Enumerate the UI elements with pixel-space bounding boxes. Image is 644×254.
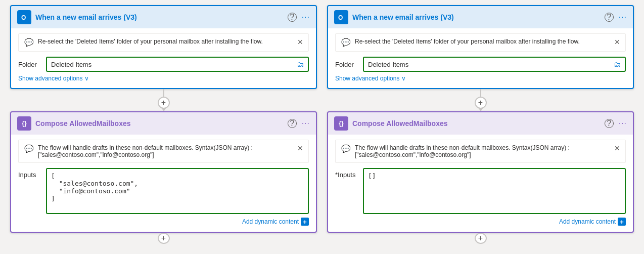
left-folder-row: Folder Deleted Items 🗂 — [18, 57, 309, 72]
svg-text:O: O — [21, 14, 26, 21]
left-compose-close-icon[interactable]: ✕ — [297, 144, 303, 152]
right-column: O When a new email arrives (V3) ? ··· 💬 … — [327, 5, 634, 244]
right-trigger-notif: 💬 Re-select the 'Deleted Items' folder o… — [335, 33, 626, 52]
right-compose-card: {} Compose AllowedMailboxes ? ··· 💬 The … — [327, 111, 634, 233]
left-inputs-row: Inputs — [18, 168, 309, 216]
left-bottom-connector: + — [158, 233, 170, 244]
right-add-dynamic[interactable]: Add dynamic content + — [335, 218, 626, 226]
left-connector-line-1 — [163, 89, 164, 97]
left-trigger-title: When a new email arrives (V3) — [35, 13, 137, 21]
left-compose-actions: ? ··· — [288, 119, 310, 128]
right-inputs-textarea[interactable] — [363, 168, 626, 214]
right-trigger-header-left: O When a new email arrives (V3) — [334, 10, 454, 24]
right-compose-msg-icon: 💬 — [341, 144, 351, 153]
right-folder-label: Folder — [335, 61, 358, 68]
left-compose-body: 💬 The flow will handle drafts in these n… — [11, 135, 316, 232]
left-outlook-icon: O — [17, 10, 31, 24]
right-compose-body: 💬 The flow will handle drafts in these n… — [328, 135, 633, 232]
right-folder-value: Deleted Items — [368, 61, 408, 68]
left-folder-label: Folder — [18, 61, 41, 68]
right-compose-actions: ? ··· — [605, 119, 627, 128]
left-connector-1: + — [158, 89, 170, 111]
left-trigger-actions: ? ··· — [288, 13, 310, 22]
right-add-dynamic-label: Add dynamic content — [559, 218, 616, 225]
left-folder-icon: 🗂 — [297, 60, 304, 68]
left-trigger-info-icon[interactable]: ? — [288, 13, 297, 22]
left-compose-title: Compose AllowedMailboxes — [35, 119, 131, 128]
left-compose-dots-icon[interactable]: ··· — [302, 119, 310, 128]
right-connector-line-1 — [480, 89, 481, 97]
left-compose-notif: 💬 The flow will handle drafts in these n… — [18, 140, 309, 163]
left-compose-info-icon[interactable]: ? — [288, 119, 297, 128]
right-trigger-notif-text: Re-select the 'Deleted Items' folder of … — [355, 38, 610, 45]
right-compose-title: Compose AllowedMailboxes — [352, 119, 448, 128]
left-plus-circle-1[interactable]: + — [158, 97, 170, 109]
left-compose-notif-text: The flow will handle drafts in these non… — [38, 144, 293, 158]
svg-text:O: O — [338, 14, 343, 21]
left-compose-icon: {} — [17, 116, 31, 131]
left-trigger-card: O When a new email arrives (V3) ? ··· 💬 … — [10, 5, 317, 89]
right-compose-close-icon[interactable]: ✕ — [614, 144, 620, 152]
right-inputs-wrap — [363, 168, 626, 216]
right-connector-1: + — [475, 89, 487, 111]
left-trigger-header: O When a new email arrives (V3) ? ··· — [11, 6, 316, 28]
left-folder-input[interactable]: Deleted Items 🗂 — [46, 57, 309, 72]
right-show-advanced-chevron-icon: ∨ — [401, 75, 406, 82]
right-trigger-header: O When a new email arrives (V3) ? ··· — [328, 6, 633, 28]
left-trigger-dots-icon[interactable]: ··· — [302, 13, 310, 22]
left-trigger-close-icon[interactable]: ✕ — [297, 38, 303, 46]
right-show-advanced-label: Show advanced options — [335, 75, 399, 82]
left-compose-msg-icon: 💬 — [24, 144, 34, 153]
right-trigger-close-icon[interactable]: ✕ — [614, 38, 620, 46]
right-compose-info-icon[interactable]: ? — [605, 119, 614, 128]
right-compose-header: {} Compose AllowedMailboxes ? ··· — [328, 112, 633, 135]
right-compose-notif: 💬 The flow will handle drafts in these n… — [335, 140, 626, 163]
right-trigger-dots-icon[interactable]: ··· — [619, 13, 627, 22]
right-trigger-info-icon[interactable]: ? — [605, 13, 614, 22]
right-outlook-icon: O — [334, 10, 348, 24]
right-trigger-card: O When a new email arrives (V3) ? ··· 💬 … — [327, 5, 634, 89]
left-trigger-header-left: O When a new email arrives (V3) — [17, 10, 137, 24]
left-show-advanced[interactable]: Show advanced options ∨ — [18, 75, 309, 82]
left-show-advanced-label: Show advanced options — [18, 75, 82, 82]
right-inputs-label: *Inputs — [335, 171, 358, 179]
right-compose-dots-icon[interactable]: ··· — [619, 119, 627, 128]
left-trigger-notif: 💬 Re-select the 'Deleted Items' folder o… — [18, 33, 309, 52]
left-trigger-body: 💬 Re-select the 'Deleted Items' folder o… — [11, 28, 316, 88]
left-folder-value: Deleted Items — [51, 61, 91, 68]
right-folder-input[interactable]: Deleted Items 🗂 — [363, 57, 626, 72]
left-trigger-msg-icon: 💬 — [24, 38, 34, 47]
right-trigger-msg-icon: 💬 — [341, 38, 351, 47]
left-show-advanced-chevron-icon: ∨ — [84, 75, 89, 82]
left-trigger-notif-text: Re-select the 'Deleted Items' folder of … — [38, 38, 293, 45]
right-trigger-title: When a new email arrives (V3) — [352, 13, 454, 21]
right-compose-header-left: {} Compose AllowedMailboxes — [334, 116, 448, 131]
left-plus-circle-2[interactable]: + — [158, 233, 170, 244]
left-add-dynamic-label: Add dynamic content — [242, 218, 299, 225]
left-compose-card: {} Compose AllowedMailboxes ? ··· 💬 The … — [10, 111, 317, 233]
left-compose-header: {} Compose AllowedMailboxes ? ··· — [11, 112, 316, 135]
left-inputs-wrap — [46, 168, 309, 216]
right-add-dynamic-icon: + — [618, 218, 626, 226]
right-compose-icon: {} — [334, 116, 348, 131]
left-inputs-textarea[interactable] — [46, 168, 309, 214]
right-compose-notif-text: The flow will handle drafts in these non… — [355, 144, 610, 158]
right-show-advanced[interactable]: Show advanced options ∨ — [335, 75, 626, 82]
left-inputs-label: Inputs — [18, 171, 41, 179]
right-bottom-connector: + — [475, 233, 487, 244]
left-add-dynamic-icon: + — [301, 218, 309, 226]
left-add-dynamic[interactable]: Add dynamic content + — [18, 218, 309, 226]
left-compose-header-left: {} Compose AllowedMailboxes — [17, 116, 131, 131]
right-trigger-body: 💬 Re-select the 'Deleted Items' folder o… — [328, 28, 633, 88]
right-trigger-actions: ? ··· — [605, 13, 627, 22]
right-plus-circle-1[interactable]: + — [475, 97, 487, 109]
right-folder-icon: 🗂 — [614, 60, 621, 68]
left-column: O When a new email arrives (V3) ? ··· 💬 … — [10, 5, 317, 244]
right-folder-row: Folder Deleted Items 🗂 — [335, 57, 626, 72]
right-inputs-row: *Inputs — [335, 168, 626, 216]
right-plus-circle-2[interactable]: + — [475, 233, 487, 244]
